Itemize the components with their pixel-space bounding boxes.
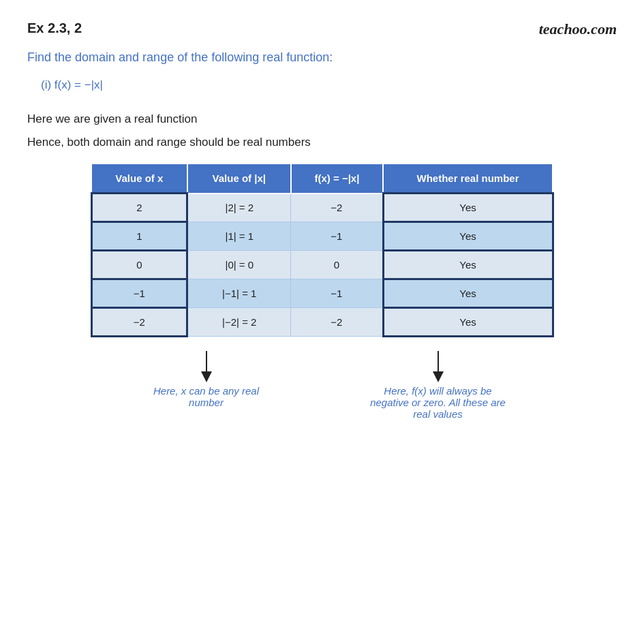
ex-title: Ex 2.3, 2 — [27, 20, 82, 36]
table-body: 2|2| = 2−2Yes1|1| = 1−1Yes0|0| = 00Yes−1… — [91, 194, 553, 337]
cell-fx: −2 — [291, 308, 383, 337]
arrow-down-right — [433, 371, 444, 382]
table-row: 2|2| = 2−2Yes — [91, 194, 553, 222]
cell-fx: 0 — [291, 251, 383, 279]
col-header-absx: Value of |x| — [187, 164, 291, 194]
cell-abs: |1| = 1 — [187, 222, 291, 251]
cell-x: −2 — [91, 308, 187, 337]
table-row: −1|−1| = 1−1Yes — [91, 279, 553, 308]
table-row: 0|0| = 00Yes — [91, 251, 553, 279]
cell-real: Yes — [383, 279, 553, 308]
table-row: −2|−2| = 2−2Yes — [91, 308, 553, 337]
page-header: Ex 2.3, 2 teachoo.com — [27, 20, 617, 38]
cell-abs: |−2| = 2 — [187, 308, 291, 337]
cell-fx: −1 — [291, 279, 383, 308]
body-line1: Here we are given a real function — [27, 112, 617, 126]
arrow-down-left — [201, 371, 212, 382]
body-line2: Hence, both domain and range should be r… — [27, 136, 617, 149]
col-header-real: Whether real number — [383, 164, 553, 194]
annotations-row: Here, x can be any real number Here, f(x… — [91, 351, 554, 420]
cell-abs: |0| = 0 — [187, 251, 291, 279]
col-header-x: Value of x — [91, 164, 187, 194]
cell-x: 2 — [91, 194, 187, 222]
cell-fx: −2 — [291, 194, 383, 222]
annotation-right-text: Here, f(x) will always be negative or ze… — [370, 385, 506, 420]
cell-real: Yes — [383, 194, 553, 222]
cell-x: −1 — [91, 279, 187, 308]
annotation-line-left — [206, 351, 207, 371]
cell-fx: −1 — [291, 222, 383, 251]
cell-x: 0 — [91, 251, 187, 279]
sub-question: (i) f(x) = −|x| — [41, 78, 617, 92]
annotation-right: Here, f(x) will always be negative or ze… — [370, 351, 506, 420]
cell-real: Yes — [383, 308, 553, 337]
annotation-left: Here, x can be any real number — [138, 351, 275, 420]
table-container: Value of x Value of |x| f(x) = −|x| Whet… — [91, 163, 554, 337]
cell-real: Yes — [383, 222, 553, 251]
main-question: Find the domain and range of the followi… — [27, 50, 617, 65]
cell-real: Yes — [383, 251, 553, 279]
col-header-fx: f(x) = −|x| — [291, 164, 383, 194]
cell-x: 1 — [91, 222, 187, 251]
table-header-row: Value of x Value of |x| f(x) = −|x| Whet… — [91, 164, 553, 194]
annotation-left-text: Here, x can be any real number — [138, 385, 275, 408]
brand-logo: teachoo.com — [539, 20, 617, 38]
cell-abs: |2| = 2 — [187, 194, 291, 222]
table-row: 1|1| = 1−1Yes — [91, 222, 553, 251]
cell-abs: |−1| = 1 — [187, 279, 291, 308]
annotation-line-right — [438, 351, 439, 371]
values-table: Value of x Value of |x| f(x) = −|x| Whet… — [91, 163, 554, 337]
